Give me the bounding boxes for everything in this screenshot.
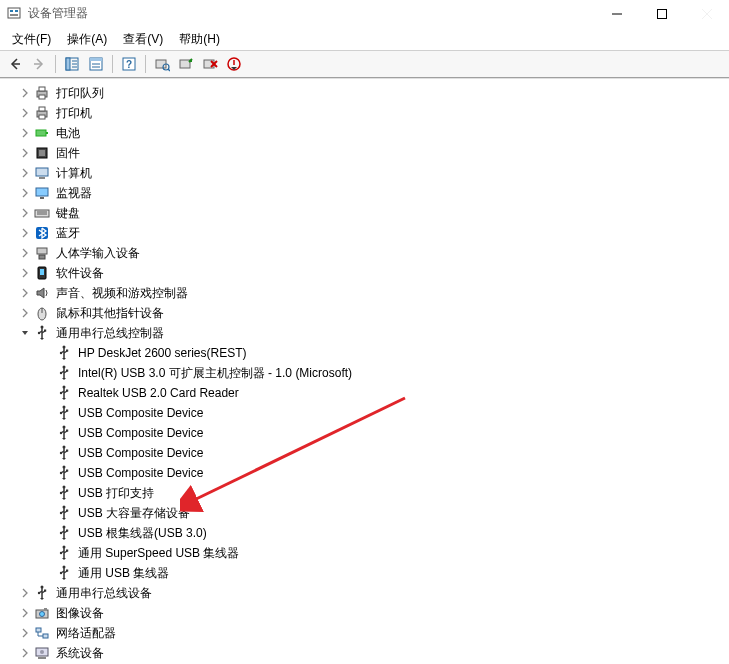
usb-device-icon	[56, 465, 72, 481]
tree-item[interactable]: 系统设备	[0, 643, 729, 663]
maximize-button[interactable]	[639, 0, 684, 28]
toolbar-separator	[145, 55, 146, 73]
svg-rect-101	[66, 550, 68, 552]
usb-device-icon	[56, 545, 72, 561]
tree-item[interactable]: 通用串行总线控制器	[0, 323, 729, 343]
monitor-icon	[34, 185, 50, 201]
tree-item[interactable]: 通用 USB 集线器	[0, 563, 729, 583]
chevron-down-icon[interactable]	[18, 326, 32, 340]
chevron-right-icon[interactable]	[18, 166, 32, 180]
scan-hardware-button[interactable]	[151, 53, 173, 75]
svg-point-84	[60, 472, 62, 474]
tree-item[interactable]: 图像设备	[0, 603, 729, 623]
tree-item[interactable]: USB 打印支持	[0, 483, 729, 503]
close-button[interactable]	[684, 0, 729, 28]
chevron-right-icon[interactable]	[18, 606, 32, 620]
tree-item[interactable]: 通用 SuperSpeed USB 集线器	[0, 543, 729, 563]
properties-button[interactable]	[85, 53, 107, 75]
tree-item[interactable]: USB 大容量存储设备	[0, 503, 729, 523]
tree-item[interactable]: 电池	[0, 123, 729, 143]
tree-item[interactable]: USB Composite Device	[0, 443, 729, 463]
chevron-right-icon[interactable]	[18, 106, 32, 120]
chevron-right-icon[interactable]	[18, 126, 32, 140]
chevron-right-icon[interactable]	[18, 586, 32, 600]
svg-rect-49	[39, 255, 45, 259]
tree-item[interactable]: USB Composite Device	[0, 403, 729, 423]
tree-item[interactable]: 鼠标和其他指针设备	[0, 303, 729, 323]
printer-icon	[34, 105, 50, 121]
tree-item[interactable]: 打印机	[0, 103, 729, 123]
svg-point-103	[63, 566, 66, 569]
tree-item[interactable]: 计算机	[0, 163, 729, 183]
svg-rect-48	[37, 248, 47, 254]
tree-item[interactable]: USB Composite Device	[0, 423, 729, 443]
update-driver-button[interactable]	[175, 53, 197, 75]
usb-device-icon	[56, 425, 72, 441]
chevron-right-icon[interactable]	[18, 86, 32, 100]
tree-item[interactable]: 软件设备	[0, 263, 729, 283]
svg-rect-35	[39, 115, 45, 119]
svg-rect-40	[36, 168, 48, 176]
tree-item[interactable]: 网络适配器	[0, 623, 729, 643]
svg-point-75	[63, 426, 66, 429]
tree-item[interactable]: USB Composite Device	[0, 463, 729, 483]
tree-item[interactable]: USB 根集线器(USB 3.0)	[0, 523, 729, 543]
chevron-right-icon[interactable]	[18, 146, 32, 160]
svg-point-55	[41, 326, 44, 329]
uninstall-device-button[interactable]	[199, 53, 221, 75]
toolbar: ?	[0, 50, 729, 78]
tree-item-label: 固件	[54, 144, 82, 163]
chevron-right-icon[interactable]	[18, 246, 32, 260]
svg-point-67	[63, 386, 66, 389]
tree-item[interactable]: 打印队列	[0, 83, 729, 103]
help-button-tb[interactable]: ?	[118, 53, 140, 75]
chevron-right-icon[interactable]	[18, 186, 32, 200]
tree-item-label: 电池	[54, 124, 82, 143]
tree-item[interactable]: HP DeskJet 2600 series(REST)	[0, 343, 729, 363]
chevron-right-icon[interactable]	[18, 206, 32, 220]
toolbar-separator	[55, 55, 56, 73]
tree-item[interactable]: 固件	[0, 143, 729, 163]
svg-point-64	[60, 372, 62, 374]
show-hide-tree-button[interactable]	[61, 53, 83, 75]
menu-help[interactable]: 帮助(H)	[171, 29, 228, 50]
svg-point-59	[63, 346, 66, 349]
chevron-right-icon[interactable]	[18, 266, 32, 280]
svg-rect-113	[36, 628, 41, 632]
chevron-right-icon[interactable]	[18, 646, 32, 660]
chevron-right-icon[interactable]	[18, 226, 32, 240]
tree-item[interactable]: 键盘	[0, 203, 729, 223]
tree-item[interactable]: 人体学输入设备	[0, 243, 729, 263]
tree-item[interactable]: 通用串行总线设备	[0, 583, 729, 603]
menu-file[interactable]: 文件(F)	[4, 29, 59, 50]
tree-item[interactable]: Realtek USB 2.0 Card Reader	[0, 383, 729, 403]
back-button[interactable]	[4, 53, 26, 75]
menu-view[interactable]: 查看(V)	[115, 29, 171, 50]
svg-rect-0	[8, 8, 20, 18]
svg-point-117	[40, 650, 44, 654]
svg-rect-85	[66, 470, 68, 472]
tree-item[interactable]: 声音、视频和游戏控制器	[0, 283, 729, 303]
tree-item[interactable]: 监视器	[0, 183, 729, 203]
svg-rect-41	[39, 177, 45, 179]
forward-button[interactable]	[28, 53, 50, 75]
disable-device-button[interactable]	[223, 53, 245, 75]
tree-item-label: 鼠标和其他指针设备	[54, 304, 166, 323]
hid-icon	[34, 245, 50, 261]
tree-item[interactable]: 蓝牙	[0, 223, 729, 243]
svg-point-96	[60, 532, 62, 534]
svg-rect-31	[39, 87, 45, 91]
device-tree[interactable]: 打印队列打印机电池固件计算机监视器键盘蓝牙人体学输入设备软件设备声音、视频和游戏…	[0, 78, 729, 664]
computer-icon	[34, 165, 50, 181]
chevron-right-icon[interactable]	[18, 286, 32, 300]
minimize-button[interactable]	[594, 0, 639, 28]
svg-rect-2	[15, 10, 18, 12]
chevron-right-icon[interactable]	[18, 626, 32, 640]
svg-point-71	[63, 406, 66, 409]
menu-action[interactable]: 操作(A)	[59, 29, 115, 50]
tree-item-label: 打印队列	[54, 84, 106, 103]
chevron-right-icon[interactable]	[18, 306, 32, 320]
svg-rect-36	[36, 130, 46, 136]
svg-rect-51	[40, 269, 44, 275]
tree-item[interactable]: Intel(R) USB 3.0 可扩展主机控制器 - 1.0 (Microso…	[0, 363, 729, 383]
